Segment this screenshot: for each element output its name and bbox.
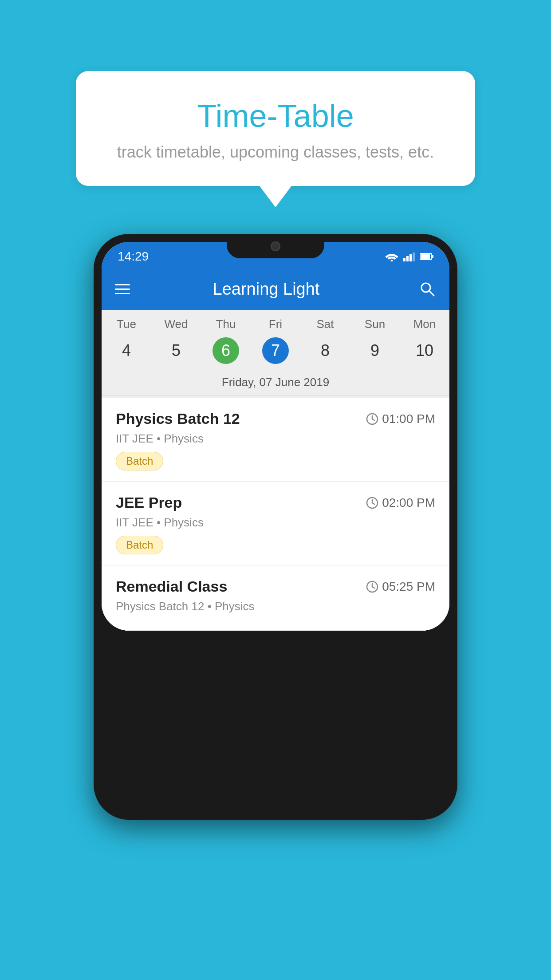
status-time: 14:29 [118, 249, 149, 264]
schedule-item-2-time: 02:00 PM [366, 496, 435, 510]
camera-icon [271, 241, 280, 251]
schedule-item-3-time: 05:25 PM [366, 580, 435, 594]
schedule-item-2-name: JEE Prep [116, 494, 182, 511]
status-icons [385, 252, 433, 261]
speech-bubble-subtitle: track timetable, upcoming classes, tests… [111, 143, 440, 162]
clock-icon-1 [366, 413, 378, 425]
schedule-item-3-sub: Physics Batch 12 • Physics [116, 600, 435, 613]
schedule-item-2-top: JEE Prep 02:00 PM [116, 494, 435, 511]
selected-date-label: Friday, 07 June 2019 [102, 371, 449, 396]
signal-icon [403, 252, 416, 261]
battery-icon [420, 253, 433, 261]
svg-line-12 [372, 419, 374, 420]
search-icon [419, 281, 435, 297]
calendar-section: Tue Wed Thu Fri Sat Sun Mon 4 5 6 7 8 9 … [102, 310, 449, 398]
schedule-item-3[interactable]: Remedial Class 05:25 PM Physics Batch 12… [102, 565, 449, 631]
schedule-item-3-top: Remedial Class 05:25 PM [116, 578, 435, 595]
svg-line-18 [372, 587, 374, 588]
day-header-sun: Sun [350, 317, 400, 331]
svg-point-0 [391, 260, 393, 262]
day-header-thu: Thu [201, 317, 251, 331]
clock-icon-2 [366, 497, 378, 509]
schedule-item-1-name: Physics Batch 12 [116, 410, 240, 427]
phone-frame: 14:29 [94, 234, 457, 820]
schedule-item-1-sub: IIT JEE • Physics [116, 432, 435, 446]
day-5[interactable]: 5 [151, 337, 201, 364]
clock-icon-3 [366, 581, 378, 593]
svg-rect-4 [413, 253, 415, 261]
schedule-item-1-tag: Batch [116, 452, 163, 470]
phone-mockup: 14:29 [94, 234, 457, 820]
phone-notch [227, 234, 324, 258]
schedule-item-3-name: Remedial Class [116, 578, 227, 595]
speech-bubble-title: Time-Table [111, 98, 440, 134]
svg-rect-7 [421, 254, 430, 259]
day-6-today[interactable]: 6 [213, 337, 239, 364]
svg-rect-6 [432, 255, 433, 258]
day-9[interactable]: 9 [350, 337, 400, 364]
day-7-selected[interactable]: 7 [262, 337, 289, 364]
day-headers-row: Tue Wed Thu Fri Sat Sun Mon [102, 310, 449, 334]
speech-bubble-section: Time-Table track timetable, upcoming cla… [76, 71, 475, 207]
wifi-icon [385, 252, 399, 261]
app-bar: Learning Light [102, 268, 449, 310]
day-10[interactable]: 10 [400, 337, 449, 364]
app-bar-title: Learning Light [114, 280, 418, 299]
day-header-sat: Sat [300, 317, 350, 331]
svg-rect-2 [406, 256, 409, 261]
day-4[interactable]: 4 [102, 337, 151, 364]
day-8[interactable]: 8 [300, 337, 350, 364]
svg-line-15 [372, 503, 374, 504]
schedule-item-2[interactable]: JEE Prep 02:00 PM IIT JEE • Physics Batc… [102, 482, 449, 565]
svg-rect-1 [403, 258, 405, 261]
day-header-fri: Fri [251, 317, 300, 331]
speech-bubble-pointer [260, 186, 291, 207]
day-header-tue: Tue [102, 317, 151, 331]
schedule-item-1-top: Physics Batch 12 01:00 PM [116, 410, 435, 427]
schedule-item-2-tag: Batch [116, 536, 163, 554]
search-button[interactable] [418, 280, 436, 298]
day-header-wed: Wed [151, 317, 201, 331]
schedule-item-1-time: 01:00 PM [366, 412, 435, 426]
day-numbers-row: 4 5 6 7 8 9 10 [102, 334, 449, 371]
schedule-item-2-sub: IIT JEE • Physics [116, 516, 435, 530]
day-header-mon: Mon [400, 317, 449, 331]
phone-screen: 14:29 [102, 242, 449, 631]
schedule-list: Physics Batch 12 01:00 PM IIT JEE • Phys… [102, 398, 449, 631]
schedule-item-1[interactable]: Physics Batch 12 01:00 PM IIT JEE • Phys… [102, 398, 449, 482]
svg-rect-3 [409, 254, 412, 261]
svg-line-9 [429, 291, 434, 296]
speech-bubble-card: Time-Table track timetable, upcoming cla… [76, 71, 475, 186]
